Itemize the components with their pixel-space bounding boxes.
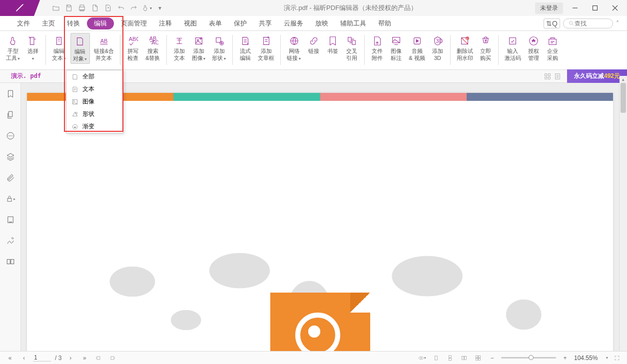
rotate-left-icon[interactable]: [93, 353, 103, 363]
dropdown-item-渐变[interactable]: 渐变: [66, 120, 123, 133]
ribbon-编辑文本[interactable]: 编辑文本▼: [50, 33, 68, 63]
dropdown-item-形状[interactable]: 形状: [66, 108, 123, 120]
search-box[interactable]: [563, 18, 613, 28]
ribbon-拼写检查[interactable]: ABC拼写检查: [124, 33, 141, 63]
ribbon-音频& 视频[interactable]: 音频& 视频: [407, 33, 427, 63]
maximize-button[interactable]: [587, 1, 603, 15]
scroll-view-icon[interactable]: [554, 73, 561, 80]
pages-icon[interactable]: [5, 110, 15, 120]
svg-text:¥: ¥: [484, 37, 488, 43]
dropdown-item-文本[interactable]: 文本: [66, 83, 123, 95]
prev-page-button[interactable]: ‹: [19, 353, 29, 363]
ribbon-授权管理[interactable]: 授权管理: [525, 33, 542, 63]
layers-icon[interactable]: [5, 152, 15, 162]
ribbon-交叉引用[interactable]: 交叉引用: [343, 33, 360, 63]
svg-point-7: [197, 39, 199, 41]
zoom-in-button[interactable]: +: [560, 353, 570, 363]
eye-view-icon[interactable]: ▾: [417, 353, 427, 363]
ribbon-删除试用水印[interactable]: 删除试用水印: [455, 33, 475, 63]
handwriting-icon[interactable]: [5, 236, 15, 246]
tab-help[interactable]: 帮助: [373, 17, 396, 30]
sort-button[interactable]: ⇅Q: [544, 18, 560, 28]
search-input[interactable]: [575, 20, 605, 27]
page-number-input[interactable]: [33, 354, 51, 362]
next-page-button[interactable]: ›: [65, 353, 75, 363]
tab-protect[interactable]: 保护: [229, 17, 252, 30]
zoom-out-button[interactable]: −: [487, 353, 497, 363]
ribbon-输入激活码[interactable]: 输入激活码: [503, 33, 523, 63]
open-icon[interactable]: [50, 2, 62, 14]
continuous-page-icon[interactable]: [445, 353, 455, 363]
single-page-icon[interactable]: [431, 353, 441, 363]
undo-icon[interactable]: [115, 2, 127, 14]
vertical-scrollbar[interactable]: ▴: [619, 83, 627, 351]
ribbon-立即购买[interactable]: ¥立即购买: [477, 33, 494, 63]
ribbon-书签[interactable]: 书签: [324, 33, 341, 56]
tab-cloud[interactable]: 云服务: [279, 17, 308, 30]
ribbon-手型工具[interactable]: 手型工具▼: [4, 33, 22, 63]
qat-more-icon[interactable]: ▾: [154, 2, 166, 14]
ribbon-选择[interactable]: 选择▼: [24, 33, 41, 63]
ribbon-添加形状[interactable]: 添加形状▼: [210, 33, 228, 63]
zoom-percent[interactable]: 104.55%: [574, 355, 602, 362]
facing-page-icon[interactable]: [459, 353, 469, 363]
first-page-button[interactable]: «: [5, 353, 15, 363]
rotate-right-icon[interactable]: [107, 353, 117, 363]
tab-convert[interactable]: 转换: [62, 17, 85, 30]
tab-slideshow[interactable]: 放映: [310, 17, 333, 30]
new-icon[interactable]: [102, 2, 114, 14]
minimize-button[interactable]: [567, 1, 583, 15]
tab-share[interactable]: 共享: [254, 17, 277, 30]
ribbon-添加文本[interactable]: 添加文本: [171, 33, 188, 63]
login-button[interactable]: 未登录: [535, 2, 563, 14]
zoom-slider-thumb[interactable]: [529, 355, 534, 360]
last-page-button[interactable]: »: [79, 353, 89, 363]
ribbon-搜索&替换[interactable]: ABAC搜索&替换: [143, 33, 162, 63]
export-icon[interactable]: [89, 2, 101, 14]
redo-icon[interactable]: [128, 2, 140, 14]
ribbon-流式编辑[interactable]: 流式编辑: [237, 33, 254, 63]
ribbon-链接[interactable]: 链接: [305, 33, 322, 56]
dropdown-item-全部[interactable]: 全部: [66, 70, 123, 83]
tab-page-manage[interactable]: 页面管理: [116, 17, 152, 30]
ribbon-添加图像[interactable]: 添加图像▼: [190, 33, 208, 63]
attachment-icon[interactable]: [5, 173, 15, 183]
save-icon[interactable]: [63, 2, 75, 14]
zoom-slider[interactable]: [501, 357, 556, 359]
ribbon-icon: [506, 34, 519, 48]
fullscreen-button[interactable]: [612, 353, 622, 363]
scrollbar-thumb[interactable]: [621, 83, 626, 113]
ribbon-编辑对象[interactable]: 编辑对象▼: [70, 33, 90, 64]
grid-view-icon[interactable]: [544, 73, 551, 80]
tab-annotate[interactable]: 注释: [154, 17, 177, 30]
print-icon[interactable]: [76, 2, 88, 14]
signature-icon[interactable]: [5, 215, 15, 225]
tab-edit[interactable]: 编辑: [87, 17, 114, 29]
security-icon[interactable]: ▸: [5, 194, 15, 204]
tab-form[interactable]: 表单: [204, 17, 227, 30]
scroll-up-icon[interactable]: ▴: [620, 76, 627, 83]
collapse-ribbon-icon[interactable]: ˄: [616, 20, 619, 27]
tab-view[interactable]: 视图: [179, 17, 202, 30]
ribbon-图像标注[interactable]: 图像标注: [388, 33, 405, 63]
tab-accessibility[interactable]: 辅助工具: [335, 17, 371, 30]
continuous-facing-icon[interactable]: [473, 353, 483, 363]
compare-icon[interactable]: [5, 257, 15, 267]
tab-file[interactable]: 文件: [12, 17, 35, 30]
document-tab[interactable]: 演示. pdf: [4, 70, 48, 82]
comments-icon[interactable]: [5, 131, 15, 141]
tab-home[interactable]: 主页: [37, 17, 60, 30]
ribbon-文件附件[interactable]: 文件附件: [369, 33, 386, 63]
dropdown-item-图像[interactable]: 图像: [66, 95, 123, 108]
ribbon-添加3D[interactable]: 3D添加3D: [429, 33, 446, 63]
touch-icon[interactable]: ▼: [141, 2, 153, 14]
svg-rect-26: [545, 73, 547, 75]
ribbon-企业采购[interactable]: 企业采购: [544, 33, 561, 63]
close-button[interactable]: [607, 1, 623, 15]
ribbon-网络链接[interactable]: 网络链接▼: [285, 33, 303, 63]
promo-banner[interactable]: 永久码立减492元: [567, 69, 627, 83]
ribbon-添加文章框[interactable]: 添加文章框: [256, 33, 276, 63]
ribbon-链接&合并文本[interactable]: AB链接&合并文本: [92, 33, 116, 63]
bookmark-icon[interactable]: [5, 89, 15, 99]
zoom-dropdown-icon[interactable]: ▾: [606, 356, 608, 360]
